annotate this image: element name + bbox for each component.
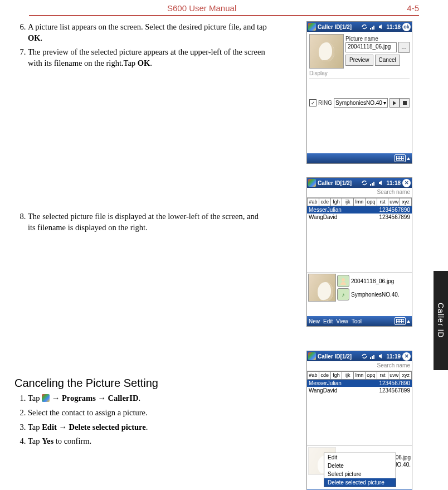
svg-rect-1 [372,27,373,30]
menu-edit[interactable]: Edit [323,318,333,324]
alpha-tab[interactable]: ijk [342,198,354,206]
step-c-2: Select the contact to assign a picture. [28,407,267,419]
signal-icon [369,179,376,186]
bottom-bar [307,153,412,163]
picture-thumbnail [309,34,344,69]
titlebar: Caller ID[1/2] 11:19 ✕ [307,351,412,361]
screenshot-list: Caller ID[1/2] 11:18 ✕ Search name #abcd… [306,177,412,327]
alpha-tabs[interactable]: #abcdefghijklmnopqrstuvwxyz [307,198,412,206]
svg-point-7 [342,278,345,282]
alpha-tab[interactable]: fgh [331,198,343,206]
alpha-tab[interactable]: lmn [354,371,366,380]
step-7: The preview of the selected picture appe… [28,47,267,69]
step-6: A picture list appears on the screen. Se… [28,22,267,43]
selected-pic-thumb [308,274,336,302]
display-label: Display [309,70,410,76]
ctx-item[interactable]: Edit [324,453,396,462]
close-button[interactable]: ✕ [402,179,411,187]
alpha-tab[interactable]: lmn [354,198,366,206]
menu-bar: New Edit View Tool [307,316,412,326]
alpha-tab[interactable]: opq [366,371,377,380]
close-button[interactable]: ✕ [402,352,411,361]
svg-rect-10 [373,355,374,359]
alpha-tab[interactable]: uvw [388,198,400,206]
alpha-tab[interactable]: rst [377,198,389,206]
search-input[interactable]: Search name [307,361,412,371]
ok-button[interactable]: ok [402,23,411,31]
steps-list-c: Tap → Programs → CallerID.Select the con… [12,393,267,447]
sip-arrow-icon[interactable] [407,320,410,323]
step-c-3: Tap Edit → Delete selected picture. [28,422,267,433]
contact-row[interactable]: MesserJulian1234567890 [307,380,412,387]
page-header: S600 User Manual 4-5 [0,0,448,13]
alpha-tab[interactable]: xyz [400,371,412,380]
ring-checkbox[interactable]: ✓ [309,99,316,106]
start-icon[interactable] [308,352,316,360]
alpha-tab[interactable]: opq [366,198,377,206]
face-icon [337,275,349,287]
clock: 11:18 [386,24,401,30]
volume-icon [378,179,384,186]
app-title: Caller ID[1/2] [318,353,352,360]
keyboard-icon[interactable] [395,317,406,325]
sync-icon [361,179,368,186]
alpha-tab[interactable]: #ab [307,198,319,206]
picture-name-label: Picture name [345,36,410,42]
contact-list[interactable]: MesserJulian1234567890WangDavid123456789… [307,380,412,445]
alpha-tab[interactable]: xyz [400,198,412,206]
step-c-1: Tap → Programs → CallerID. [28,393,267,404]
alpha-tab[interactable]: cde [319,371,331,380]
svg-rect-5 [372,183,373,186]
screenshot-context-menu: Caller ID[1/2] 11:19 ✕ Search name #abcd… [306,351,412,490]
start-icon[interactable] [308,179,316,187]
alpha-tab[interactable]: cde [319,198,331,206]
svg-rect-0 [370,28,371,30]
sip-arrow-icon[interactable] [407,157,410,160]
titlebar: Caller ID[1/2] 11:18 ✕ [307,178,412,188]
step-8: The selected picture file is displayed a… [28,211,267,233]
contact-row[interactable]: WangDavid1234567899 [307,387,412,394]
sync-icon [361,353,368,360]
svg-rect-2 [373,26,374,30]
ctx-item[interactable]: Delete selected picture [324,478,396,487]
signal-icon [369,353,376,360]
alpha-tab[interactable]: fgh [331,371,343,380]
search-input[interactable]: Search name [307,188,412,197]
alpha-tabs[interactable]: #abcdefghijklmnopqrstuvwxyz [307,371,412,380]
keyboard-icon[interactable] [395,154,406,162]
context-menu[interactable]: EditDeleteSelect pictureDelete selected … [324,453,396,487]
signal-icon [369,23,376,30]
ctx-item[interactable]: Select picture [324,470,396,478]
svg-rect-9 [372,356,373,359]
contact-list[interactable]: MesserJulian1234567890WangDavid123456789… [307,206,412,272]
volume-icon [378,23,384,30]
menu-new[interactable]: New [309,318,320,324]
volume-icon [378,353,384,360]
alpha-tab[interactable]: #ab [307,371,319,380]
menu-tool[interactable]: Tool [352,318,362,324]
preview-button[interactable]: Preview [345,55,373,66]
svg-rect-4 [370,184,371,186]
screenshot-preview: Caller ID[1/2] 11:18 ok Picture name 200… [306,21,412,164]
cancel-button[interactable]: Cancel [375,55,400,66]
browse-button[interactable]: … [398,42,410,53]
manual-title: S600 User Manual [167,3,236,13]
start-menu-icon [42,394,50,402]
ring-label: RING [318,100,332,106]
svg-rect-3 [403,101,407,105]
contact-row[interactable]: WangDavid1234567899 [307,214,412,221]
alpha-tab[interactable]: ijk [342,371,354,380]
app-title: Caller ID[1/2] [318,180,352,186]
alpha-tab[interactable]: uvw [388,371,400,380]
contact-row[interactable]: MesserJulian1234567890 [307,206,412,214]
ctx-item[interactable]: Delete [324,462,396,470]
svg-rect-6 [373,182,374,186]
clock: 11:18 [386,180,401,186]
play-button[interactable] [389,98,400,108]
ring-select[interactable]: SymphoniesNO.40▾ [334,98,388,108]
menu-view[interactable]: View [336,318,348,324]
start-icon[interactable] [308,23,316,31]
picture-name-field[interactable]: 20041118_06.jpg [345,42,397,52]
alpha-tab[interactable]: rst [377,371,389,380]
stop-button[interactable] [400,98,410,108]
